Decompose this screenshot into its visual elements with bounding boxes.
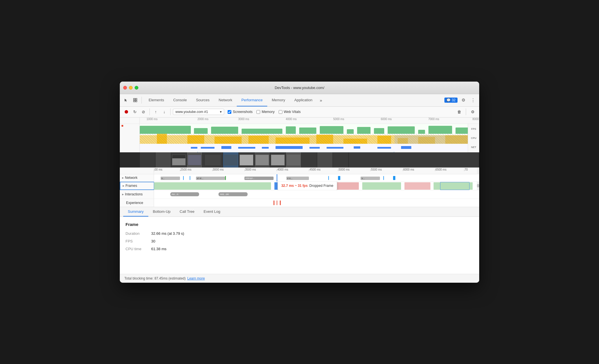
- status-text: Total blocking time: 87.45ms (estimated): [124, 276, 186, 280]
- overview-labels: FPS CPU NET: [468, 124, 479, 152]
- memory-checkbox-item[interactable]: Memory: [256, 110, 274, 114]
- fps-label: FPS: [468, 128, 479, 130]
- clear-button[interactable]: ⊘: [140, 108, 147, 116]
- overview-chart: FPS CPU NET: [120, 124, 479, 152]
- tab-summary[interactable]: Summary: [123, 207, 148, 217]
- screenshot-thumb: [333, 152, 349, 168]
- url-select[interactable]: www.youtube.com #1 ▾: [173, 109, 224, 115]
- screenshot-thumb: [140, 152, 155, 168]
- ruler-tick-70: 70: [464, 168, 468, 171]
- summary-panel: Frame Duration 32.66 ms (at 3.79 s) FPS …: [120, 217, 479, 274]
- window-title: DevTools - www.youtube.com/: [275, 86, 324, 90]
- timeline-header-ticks: 1000 ms 2000 ms 3000 ms 4000 ms 5000 ms …: [120, 118, 479, 124]
- svg-rect-1: [135, 98, 137, 100]
- tab-application[interactable]: Application: [290, 94, 317, 106]
- frame-bar-green-4: [434, 182, 473, 190]
- screenshots-checkbox-item[interactable]: Screenshots: [228, 110, 252, 114]
- network-entry-2: vi vi...: [196, 177, 225, 180]
- net-thin-7: [383, 176, 384, 180]
- tick-2000: 2000 ms: [197, 118, 208, 121]
- tracks-area: 00 ms 2500 ms 3000 ms 3500 ms 4000 ms 45…: [120, 168, 479, 207]
- toolbar: ↻ ⊘ ↑ ↓ www.youtube.com #1 ▾ Screenshots…: [120, 107, 479, 118]
- minimize-button[interactable]: [129, 86, 133, 90]
- upload-button[interactable]: ↑: [152, 108, 159, 116]
- filter-icon[interactable]: ⚙: [469, 108, 476, 116]
- tab-event-log[interactable]: Event Log: [199, 207, 225, 217]
- tab-console[interactable]: Console: [169, 94, 191, 106]
- svg-point-4: [125, 110, 128, 114]
- cursor-icon[interactable]: [122, 96, 130, 104]
- interaction-entry-1: An...n: [170, 192, 199, 196]
- tab-performance[interactable]: Performance: [237, 94, 267, 106]
- screenshot-thumb: [286, 152, 301, 168]
- more-options-icon[interactable]: ⋮: [469, 96, 477, 104]
- tab-sources[interactable]: Sources: [191, 94, 214, 106]
- tick-1000: 1000 ms: [147, 118, 157, 121]
- status-bar: Total blocking time: 87.45ms (estimated)…: [120, 274, 479, 283]
- tick-3000: 3000 ms: [238, 118, 249, 121]
- web-vitals-checkbox[interactable]: [279, 110, 282, 114]
- memory-label: Memory: [262, 110, 274, 114]
- net-thin-8: [393, 176, 395, 180]
- tab-memory[interactable]: Memory: [267, 94, 290, 106]
- tab-elements[interactable]: Elements: [144, 94, 169, 106]
- frames-scrollbar: [477, 182, 479, 190]
- net-thin-3: [225, 176, 226, 180]
- more-tabs-button[interactable]: »: [317, 96, 325, 104]
- inspect-icon[interactable]: [131, 96, 139, 104]
- devtools-window: DevTools - www.youtube.com/ Elements Con…: [120, 82, 479, 283]
- summary-row-fps: FPS 30: [126, 239, 473, 243]
- trash-icon[interactable]: 🗑: [456, 108, 463, 116]
- duration-key: Duration: [126, 231, 151, 236]
- screenshot-thumb: [317, 152, 333, 168]
- summary-title: Frame: [126, 222, 473, 227]
- refresh-button[interactable]: ↻: [131, 108, 139, 116]
- ruler-tick-2500: 2500 ms: [180, 168, 191, 171]
- frames-label: Frames: [126, 184, 137, 188]
- toolbar-checkboxes: Screenshots Memory Web Vitals: [228, 110, 301, 114]
- summary-row-duration: Duration 32.66 ms (at 3.79 s): [126, 231, 473, 236]
- svg-rect-0: [133, 98, 135, 100]
- frames-scrollbar-thumb[interactable]: [477, 184, 479, 187]
- memory-checkbox[interactable]: [256, 110, 260, 114]
- screenshot-thumb: [254, 152, 270, 168]
- time-ruler: 00 ms 2500 ms 3000 ms 3500 ms 4000 ms 45…: [120, 168, 479, 174]
- screenshot-thumb: [223, 152, 239, 168]
- screenshot-thumb: [270, 152, 286, 168]
- screenshot-thumb: [155, 152, 171, 168]
- tab-network[interactable]: Network: [214, 94, 237, 106]
- tick-5000: 5000 ms: [333, 118, 344, 121]
- screenshots-checkbox[interactable]: [228, 110, 231, 114]
- ruler-tick-4000: 4000 ms: [277, 168, 288, 171]
- selection-line: [277, 174, 277, 181]
- frame-bar-green-3: [362, 182, 401, 190]
- settings-icon[interactable]: ⚙: [459, 96, 467, 104]
- tick-4000: 4000 ms: [286, 118, 297, 121]
- network-label: Network: [125, 176, 137, 180]
- maximize-button[interactable]: [135, 86, 138, 90]
- tab-call-tree[interactable]: Call Tree: [175, 207, 199, 217]
- experience-track-row: Experience: [120, 199, 479, 207]
- network-entry-1: v...: [161, 177, 180, 180]
- close-button[interactable]: [123, 86, 127, 90]
- tooltip-fps-text: 32.7 ms ~ 31 fps: [281, 184, 307, 188]
- ruler-tick-5500: 5500 ms: [370, 168, 382, 171]
- learn-more-link[interactable]: Learn more: [187, 276, 205, 280]
- nav-tabs: Elements Console Sources Network Perform…: [144, 94, 443, 106]
- exp-mark-3: [280, 201, 281, 205]
- experience-track-content: [154, 199, 477, 207]
- record-button[interactable]: [123, 108, 130, 116]
- time-ruler-ticks: 00 ms 2500 ms 3000 ms 3500 ms 4000 ms 45…: [154, 168, 477, 174]
- network-track-label[interactable]: ▶ Network: [120, 174, 154, 181]
- frames-track-label[interactable]: ▶ Frames: [120, 182, 154, 190]
- web-vitals-checkbox-item[interactable]: Web Vitals: [279, 110, 301, 114]
- tab-bottom-up[interactable]: Bottom-Up: [148, 207, 175, 217]
- svg-rect-2: [133, 100, 135, 102]
- interactions-triangle-icon: ▶: [122, 193, 124, 196]
- ruler-tick-6000: 6000 ms: [403, 168, 414, 171]
- tick-6000: 6000 ms: [381, 118, 392, 121]
- download-button[interactable]: ↓: [161, 108, 168, 116]
- ruler-tick-6500: 6500 ms: [435, 168, 446, 171]
- network-entry-5: v...: [361, 177, 380, 180]
- interactions-track-label[interactable]: ▶ Interactions: [120, 190, 154, 199]
